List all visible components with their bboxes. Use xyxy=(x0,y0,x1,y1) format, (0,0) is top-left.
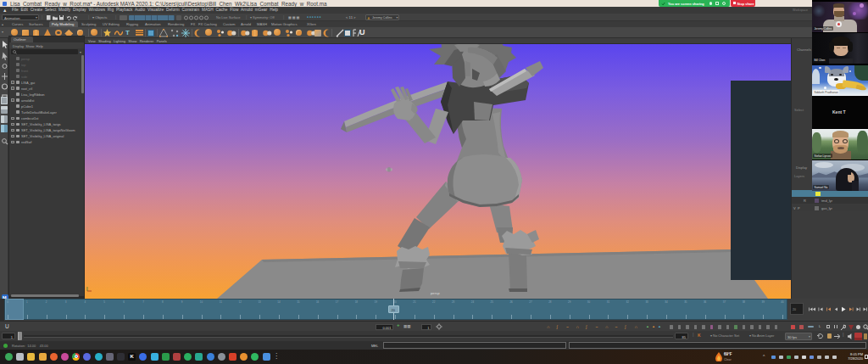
svg-text:persp: persp xyxy=(431,291,440,295)
